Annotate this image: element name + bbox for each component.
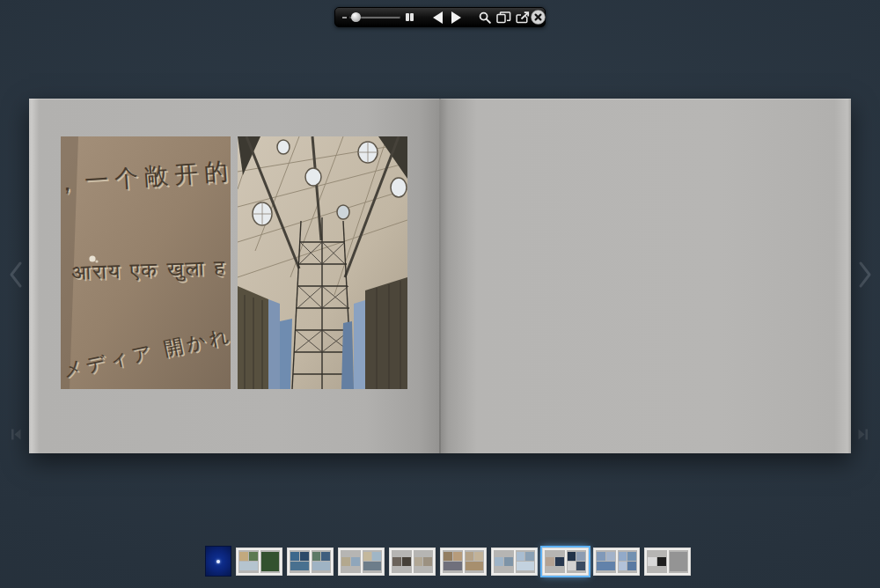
zoom-out-minus-icon <box>342 17 347 18</box>
mini-page <box>341 550 361 573</box>
mini-page <box>290 550 310 573</box>
mini-page <box>567 550 587 573</box>
mini-photo <box>402 557 411 566</box>
mini-photo <box>453 552 462 561</box>
mini-photo <box>372 552 381 561</box>
thumbnail-strip <box>205 545 691 577</box>
mini-page <box>618 550 638 573</box>
thumbnail-spread-9[interactable] <box>644 548 691 576</box>
mini-photo <box>261 552 280 571</box>
two-page-view-icon[interactable] <box>406 13 414 21</box>
book-spine <box>439 99 441 453</box>
previous-page-button[interactable] <box>433 11 443 24</box>
book-spread: ，一个敞开的 ，一个敞开的 आराय एक खुला ह आराय एक खुल… <box>29 99 851 453</box>
mini-page <box>363 550 383 573</box>
mini-photo <box>568 562 576 570</box>
thumbnail-spread-4[interactable] <box>389 548 436 576</box>
mini-photo <box>627 552 636 561</box>
mini-page <box>443 550 463 573</box>
share-button[interactable] <box>516 11 531 24</box>
stacked-pages-icon <box>496 11 511 24</box>
skip-to-first-icon <box>10 428 22 441</box>
mini-photo <box>249 552 258 561</box>
viewer-background: ，一个敞开的 ，一个敞开的 आराय एक खुला ह आराय एक खुल… <box>0 0 880 588</box>
mini-photo <box>495 557 503 566</box>
thumbnail-spread-7[interactable] <box>542 548 589 576</box>
thumbnail-spread-2[interactable] <box>287 548 334 576</box>
mini-photo <box>290 562 309 570</box>
mini-page <box>494 550 514 573</box>
share-arrow-icon <box>516 11 531 24</box>
toolbar <box>334 7 546 27</box>
thumbnail-spread-3[interactable] <box>338 548 385 576</box>
mini-photo <box>341 557 350 566</box>
zoom-search-button[interactable] <box>479 11 491 24</box>
go-to-first-page-button[interactable] <box>10 428 22 445</box>
zoom-slider-track[interactable] <box>349 16 400 18</box>
thumbnail-spread-6[interactable] <box>491 548 538 576</box>
thumbnails-button[interactable] <box>496 11 511 24</box>
next-page-button[interactable] <box>451 11 461 24</box>
thumbnail-cover[interactable] <box>205 546 231 577</box>
mini-photo <box>312 552 321 561</box>
skip-to-last-icon <box>857 428 869 441</box>
mini-photo <box>312 562 331 570</box>
mini-photo <box>606 552 615 561</box>
zoom-slider[interactable] <box>342 13 414 21</box>
chevron-left-icon <box>7 261 25 289</box>
mini-photo <box>474 552 483 561</box>
mini-page <box>516 550 536 573</box>
right-page[interactable] <box>440 99 851 453</box>
next-spread-arrow[interactable] <box>856 261 874 292</box>
mini-photo <box>239 562 258 570</box>
mini-photo <box>597 552 605 561</box>
mini-photo <box>290 552 299 561</box>
mini-photo <box>525 552 534 561</box>
close-button[interactable] <box>531 10 546 25</box>
mini-photo <box>300 552 309 561</box>
zoom-slider-knob[interactable] <box>351 12 361 22</box>
close-x-icon <box>531 10 546 25</box>
mini-photo <box>363 562 382 570</box>
mini-photo <box>444 562 462 570</box>
thumbnail-spread-8[interactable] <box>593 548 640 576</box>
mini-photo <box>517 562 535 570</box>
left-page[interactable]: ，一个敞开的 ，一个敞开的 आराय एक खुला ह आराय एक खुल… <box>29 99 440 453</box>
mini-photo <box>239 552 248 561</box>
mini-page <box>238 550 259 573</box>
thumbnail-spread-1[interactable] <box>236 548 282 576</box>
mini-page <box>596 550 616 573</box>
mini-photo <box>466 552 474 561</box>
mini-photo <box>392 557 401 566</box>
magnifier-icon <box>479 11 491 24</box>
mini-photo <box>648 557 656 566</box>
mini-photo <box>619 552 627 561</box>
mini-page <box>545 550 565 573</box>
mini-page <box>260 550 281 573</box>
mini-photo <box>555 557 564 566</box>
mini-photo <box>568 552 576 561</box>
mini-photo <box>597 562 615 570</box>
mini-photo <box>619 562 627 570</box>
mini-photo <box>321 552 330 561</box>
mini-page <box>647 550 667 573</box>
mini-page <box>414 550 434 573</box>
mini-photo <box>423 557 432 566</box>
mini-photo <box>414 557 423 566</box>
photo-arch-canopy <box>238 136 407 389</box>
go-to-last-page-button[interactable] <box>857 428 869 445</box>
previous-spread-arrow[interactable] <box>7 261 25 292</box>
mini-photo <box>517 552 525 561</box>
thumbnail-spread-5[interactable] <box>440 548 487 576</box>
chevron-right-icon <box>856 261 874 289</box>
mini-page <box>392 550 412 573</box>
photo-engraved-stone: ，一个敞开的 ，一个敞开的 आराय एक खुला ह आराय एक खुल… <box>61 136 231 389</box>
mini-photo <box>627 562 636 570</box>
mini-page <box>465 550 485 573</box>
mini-photo <box>657 557 666 566</box>
mini-photo <box>576 562 585 570</box>
mini-photo <box>466 562 484 570</box>
mini-photo <box>576 552 585 561</box>
mini-page <box>669 550 689 573</box>
mini-photo <box>444 552 452 561</box>
